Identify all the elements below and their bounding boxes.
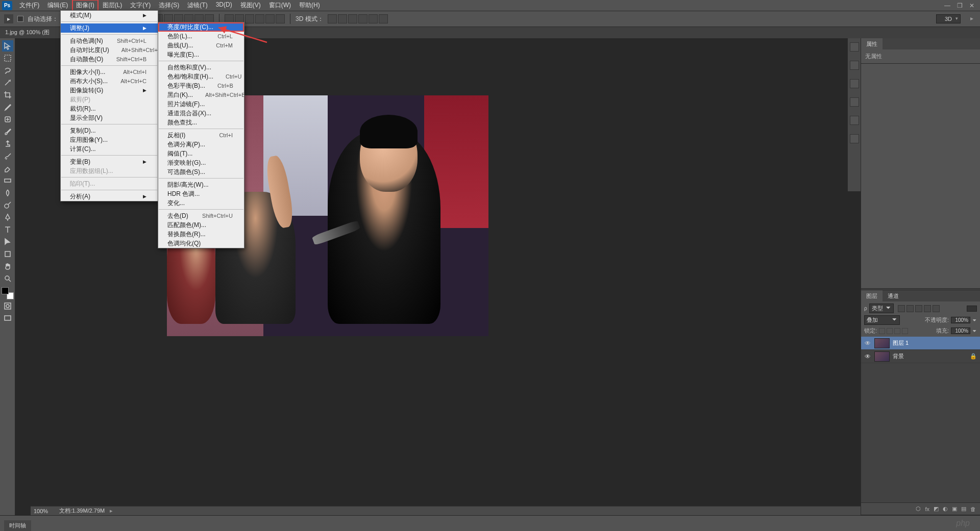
lock-icon[interactable] xyxy=(902,328,908,334)
dodge-tool[interactable] xyxy=(2,199,13,211)
group-icon[interactable]: ▣ xyxy=(952,505,957,512)
link-icon[interactable]: ⬡ xyxy=(916,505,921,512)
menu-analysis[interactable]: 分析(A)▶ xyxy=(61,192,158,201)
blend-mode-dropdown[interactable]: 叠加⏷ xyxy=(864,315,900,325)
menu-calculations[interactable]: 计算(C)... xyxy=(61,144,158,154)
move-tool[interactable] xyxy=(2,40,13,52)
3d-icon[interactable] xyxy=(348,14,357,23)
panel-shortcut-icon[interactable] xyxy=(850,116,859,125)
fx-icon[interactable]: fx xyxy=(925,506,929,512)
fill-value[interactable]: 100% xyxy=(951,327,970,334)
info-arrow-icon[interactable]: ▸ xyxy=(110,508,113,514)
menu-exposure[interactable]: 曝光度(E)... xyxy=(158,50,244,59)
visibility-icon[interactable]: 👁 xyxy=(864,340,871,347)
panel-shortcut-icon[interactable] xyxy=(850,134,859,143)
menu-window[interactable]: 窗口(W) xyxy=(265,0,295,11)
menu-hue-saturation[interactable]: 色相/饱和度(H)...Ctrl+U xyxy=(158,72,244,81)
menu-type[interactable]: 文字(Y) xyxy=(126,0,155,11)
workspace-switcher[interactable]: 3D xyxy=(936,14,961,23)
layer-name[interactable]: 背景 xyxy=(893,352,904,360)
lock-icon[interactable] xyxy=(879,328,885,334)
tab-properties[interactable]: 属性 xyxy=(861,38,883,49)
lock-icon[interactable] xyxy=(894,328,900,334)
menu-auto-contrast[interactable]: 自动对比度(U)Alt+Shift+Ctrl+L xyxy=(61,45,158,55)
zoom-level[interactable]: 100% xyxy=(34,508,54,514)
delete-icon[interactable]: 🗑 xyxy=(970,506,976,512)
3d-icon[interactable] xyxy=(328,14,337,23)
menu-desaturate[interactable]: 去色(D)Shift+Ctrl+U xyxy=(158,211,244,220)
menu-image[interactable]: 图像(I) xyxy=(72,0,98,11)
auto-select-checkbox[interactable] xyxy=(17,16,23,22)
menu-equalize[interactable]: 色调均化(Q) xyxy=(158,239,244,248)
new-layer-icon[interactable]: ▤ xyxy=(961,505,966,512)
tab-channels[interactable]: 通道 xyxy=(883,290,904,301)
menu-file[interactable]: 文件(F) xyxy=(15,0,43,11)
gradient-tool[interactable] xyxy=(2,175,13,186)
path-selection-tool[interactable] xyxy=(2,236,13,247)
pen-tool[interactable] xyxy=(2,212,13,223)
menu-channel-mixer[interactable]: 通道混合器(X)... xyxy=(158,109,244,118)
filter-toggle[interactable] xyxy=(967,306,977,312)
menu-invert[interactable]: 反相(I)Ctrl+I xyxy=(158,131,244,140)
hand-tool[interactable] xyxy=(2,261,13,272)
menu-view[interactable]: 视图(V) xyxy=(236,0,265,11)
menu-shadows-highlights[interactable]: 阴影/高光(W)... xyxy=(158,180,244,189)
menu-select[interactable]: 选择(S) xyxy=(155,0,183,11)
menu-variables[interactable]: 变量(B)▶ xyxy=(61,157,158,166)
opacity-value[interactable]: 100% xyxy=(951,317,970,323)
layer-row[interactable]: 👁 背景 🔒 xyxy=(861,350,980,363)
menu-curves[interactable]: 曲线(U)...Ctrl+M xyxy=(158,41,244,50)
menu-canvas-size[interactable]: 画布大小(S)...Alt+Ctrl+C xyxy=(61,77,158,86)
layer-thumbnail[interactable] xyxy=(874,338,890,348)
menu-color-lookup[interactable]: 颜色查找... xyxy=(158,118,244,127)
distribute-icon[interactable] xyxy=(265,14,275,23)
document-size[interactable]: 文档:1.39M/2.79M xyxy=(59,507,105,515)
marquee-tool[interactable] xyxy=(2,53,13,64)
visibility-icon[interactable]: 👁 xyxy=(864,353,871,360)
crop-tool[interactable] xyxy=(2,89,13,100)
menu-black-white[interactable]: 黑白(K)...Alt+Shift+Ctrl+B xyxy=(158,90,244,99)
menu-levels[interactable]: 色阶(L)...Ctrl+L xyxy=(158,32,244,41)
brush-tool[interactable] xyxy=(2,126,13,137)
3d-icon[interactable] xyxy=(369,14,378,23)
menu-image-rotation[interactable]: 图像旋转(G)▶ xyxy=(61,86,158,95)
menu-auto-tone[interactable]: 自动色调(N)Shift+Ctrl+L xyxy=(61,36,158,45)
menu-vibrance[interactable]: 自然饱和度(V)... xyxy=(158,63,244,72)
3d-icon[interactable] xyxy=(338,14,347,23)
layer-thumbnail[interactable] xyxy=(874,351,890,362)
menu-filter[interactable]: 滤镜(T) xyxy=(183,0,211,11)
maximize-button[interactable]: ❐ xyxy=(955,2,964,9)
color-swatches[interactable] xyxy=(2,287,14,299)
filter-icon[interactable] xyxy=(898,305,905,312)
panel-shortcut-icon[interactable] xyxy=(850,61,859,70)
menu-mode[interactable]: 模式(M)▶ xyxy=(61,11,158,20)
lasso-tool[interactable] xyxy=(2,65,13,76)
menu-image-size[interactable]: 图像大小(I)...Alt+Ctrl+I xyxy=(61,67,158,77)
filter-icon[interactable] xyxy=(933,305,940,312)
type-tool[interactable] xyxy=(2,224,13,235)
menu-selective-color[interactable]: 可选颜色(S)... xyxy=(158,167,244,176)
menu-auto-color[interactable]: 自动颜色(O)Shift+Ctrl+B xyxy=(61,55,158,64)
menu-3d[interactable]: 3D(D) xyxy=(212,0,236,11)
tab-layers[interactable]: 图层 xyxy=(861,290,883,301)
distribute-icon[interactable] xyxy=(245,14,254,23)
distribute-icon[interactable] xyxy=(255,14,264,23)
distribute-icon[interactable] xyxy=(276,14,285,23)
shape-tool[interactable] xyxy=(2,248,13,260)
magic-wand-tool[interactable] xyxy=(2,77,13,88)
menu-posterize[interactable]: 色调分离(P)... xyxy=(158,140,244,149)
3d-icon[interactable] xyxy=(379,14,388,23)
clone-stamp-tool[interactable] xyxy=(2,138,13,149)
menu-replace-color[interactable]: 替换颜色(R)... xyxy=(158,230,244,239)
panel-shortcut-icon[interactable] xyxy=(850,97,859,107)
history-brush-tool[interactable] xyxy=(2,150,13,162)
quick-mask-tool[interactable] xyxy=(2,300,13,312)
eyedropper-tool[interactable] xyxy=(2,102,13,113)
menu-trim[interactable]: 裁切(R)... xyxy=(61,104,158,113)
minimize-button[interactable]: — xyxy=(943,2,951,9)
eraser-tool[interactable] xyxy=(2,163,13,174)
menu-match-color[interactable]: 匹配颜色(M)... xyxy=(158,220,244,230)
menu-reveal-all[interactable]: 显示全部(V) xyxy=(61,113,158,122)
menu-gradient-map[interactable]: 渐变映射(G)... xyxy=(158,158,244,167)
zoom-tool[interactable] xyxy=(2,273,13,284)
